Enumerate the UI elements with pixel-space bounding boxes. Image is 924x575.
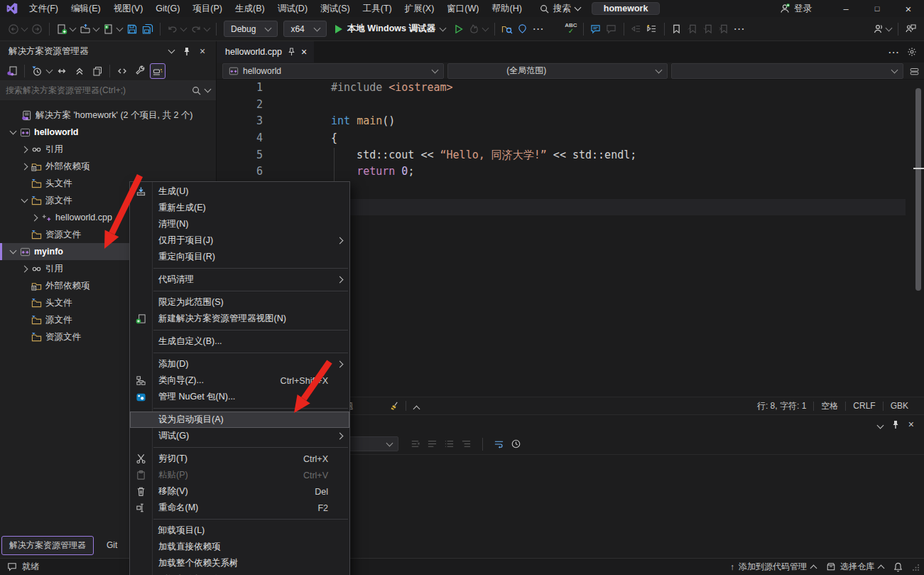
uncomment-icon[interactable] xyxy=(604,20,619,38)
panel-tab-解决方案资源管理器[interactable]: 解决方案资源管理器 xyxy=(1,536,94,555)
menu-item-build[interactable]: 生成(U) xyxy=(130,183,349,200)
expander-down-icon[interactable] xyxy=(7,250,18,253)
expander-down-icon[interactable] xyxy=(18,199,30,202)
history-clock-icon[interactable] xyxy=(511,439,521,449)
menu-item-code-cleanup[interactable]: 代码清理 xyxy=(130,272,349,288)
notifications-bell-icon[interactable] xyxy=(893,562,903,572)
decrease-indent-icon[interactable] xyxy=(629,20,644,38)
editor-settings-gear-icon[interactable] xyxy=(907,47,917,57)
panel-tab-git[interactable]: Git xyxy=(99,537,124,553)
bookmarks-overflow-icon[interactable] xyxy=(732,20,747,38)
preview-selected-items-toggle[interactable] xyxy=(150,63,165,79)
start-without-debugging-icon[interactable] xyxy=(451,20,467,38)
pending-changes-filter-icon[interactable] xyxy=(29,63,45,79)
new-project-icon[interactable] xyxy=(54,20,70,38)
navigate-icon[interactable] xyxy=(515,20,531,38)
add-to-source-control-button[interactable]: 添加到源代码管理 xyxy=(730,561,816,573)
expand-indicator-chevron-icon[interactable] xyxy=(414,404,419,414)
collapse-all-icon[interactable] xyxy=(72,63,87,79)
comment-icon[interactable] xyxy=(588,20,604,38)
tree-item-解决方案-homework-2-个项目-共-2-个-[interactable]: 解决方案 'homework' (2 个项目, 共 2 个) xyxy=(0,107,216,124)
menu-item-new-solution-explorer-view[interactable]: 新建解决方案资源管理器视图(N) xyxy=(130,311,349,327)
menu-item-debug[interactable]: 调试(G) xyxy=(130,428,349,444)
tree-item-外部依赖项[interactable]: 外部依赖项 xyxy=(0,158,216,175)
split-editor-icon[interactable] xyxy=(909,66,920,76)
find-in-files-icon[interactable] xyxy=(499,20,515,38)
select-repository-button[interactable]: 选择仓库 xyxy=(826,561,884,573)
titlebar-search[interactable]: 搜索 xyxy=(540,3,580,15)
chevron-down-icon[interactable] xyxy=(116,24,124,31)
chevron-down-icon[interactable] xyxy=(204,24,211,31)
menu-视图v[interactable]: 视图(V) xyxy=(107,0,150,17)
word-wrap-icon[interactable] xyxy=(494,439,504,449)
menu-调试d[interactable]: 调试(D) xyxy=(271,0,314,17)
editor-scrollbar[interactable] xyxy=(915,88,921,291)
redo-icon[interactable] xyxy=(188,20,204,38)
menu-item-load-direct-dependencies[interactable]: 加载直接依赖项 xyxy=(130,539,349,555)
toggle-bookmark-icon[interactable] xyxy=(669,20,685,38)
pin-icon[interactable] xyxy=(179,47,195,56)
sign-in-button[interactable]: 登录 xyxy=(779,3,812,15)
menu-item-class-wizard[interactable]: 类向导(Z)...Ctrl+Shift+X xyxy=(130,372,349,389)
chevron-down-icon[interactable] xyxy=(482,24,489,31)
show-code-icon[interactable] xyxy=(114,63,130,79)
menu-item-remove[interactable]: 移除(V)Del xyxy=(130,483,349,500)
menu-item-unload-project[interactable]: 卸载项目(L) xyxy=(130,522,349,539)
toolbar-overflow-icon[interactable] xyxy=(531,20,546,38)
tree-item-helloworld[interactable]: helloworld xyxy=(0,124,216,141)
output-list-icon-2[interactable] xyxy=(444,439,455,449)
configuration-dropdown[interactable]: Debug xyxy=(224,21,278,37)
nav-forward-icon[interactable] xyxy=(29,20,45,38)
member-selector-dropdown[interactable] xyxy=(671,63,903,79)
copy-documents-icon[interactable] xyxy=(89,63,105,79)
previous-bookmark-icon[interactable] xyxy=(685,20,700,38)
output-list-icon-3[interactable] xyxy=(461,439,472,449)
clear-all-icon[interactable] xyxy=(410,439,420,449)
platform-dropdown[interactable]: x64 xyxy=(283,21,326,37)
solution-name-badge[interactable]: homework xyxy=(592,2,661,15)
chevron-down-icon[interactable] xyxy=(46,66,53,73)
menu-item-refresh-browse-database[interactable]: 刷新浏览数据库(R) xyxy=(130,571,349,575)
menu-gitg[interactable]: Git(G) xyxy=(149,0,186,17)
solution-explorer-search[interactable] xyxy=(0,81,216,100)
chevron-down-icon[interactable] xyxy=(21,24,28,31)
menu-item-set-as-startup-project[interactable]: 设为启动项目(A) xyxy=(130,412,349,428)
close-tab-icon[interactable]: × xyxy=(301,46,307,58)
menu-item-load-entire-dependency-tree[interactable]: 加载整个依赖关系树 xyxy=(130,555,349,571)
menu-文件f[interactable]: 文件(F) xyxy=(23,0,65,17)
line-ending-indicator[interactable]: CRLF xyxy=(846,401,882,411)
menu-item-add[interactable]: 添加(D) xyxy=(130,356,349,372)
pin-icon[interactable] xyxy=(891,420,900,429)
encoding-indicator[interactable]: GBK xyxy=(884,401,915,411)
hot-reload-icon[interactable] xyxy=(467,20,482,38)
menu-工具t[interactable]: 工具(T) xyxy=(357,0,398,17)
chevron-down-icon[interactable] xyxy=(70,24,77,31)
tree-item-引用[interactable]: 引用 xyxy=(0,141,216,158)
menu-项目p[interactable]: 项目(P) xyxy=(186,0,229,17)
menu-item-retarget[interactable]: 重定向项目(R) xyxy=(130,249,349,265)
menu-扩展x[interactable]: 扩展(X) xyxy=(398,0,441,17)
nav-back-icon[interactable] xyxy=(6,20,21,38)
clear-bookmarks-icon[interactable] xyxy=(716,20,732,38)
more-tabs-icon[interactable] xyxy=(888,45,900,59)
close-panel-icon[interactable]: × xyxy=(195,45,210,57)
save-icon[interactable] xyxy=(124,20,140,38)
solution-search-input[interactable] xyxy=(6,85,187,95)
tab-helloworld-cpp[interactable]: helloworld.cpp × xyxy=(217,41,314,63)
close-button[interactable] xyxy=(893,0,924,17)
scope-selector-dropdown[interactable]: (全局范围) xyxy=(447,63,668,79)
menu-帮助h[interactable]: 帮助(H) xyxy=(485,0,528,17)
menu-item-project-only[interactable]: 仅用于项目(J) xyxy=(130,232,349,249)
menu-item-manage-nuget[interactable]: 管理 NuGet 包(N)... xyxy=(130,389,349,405)
send-feedback-icon[interactable] xyxy=(903,20,918,38)
menu-item-build-customization[interactable]: 生成自定义(B)... xyxy=(130,333,349,350)
minimize-button[interactable] xyxy=(830,0,862,17)
spell-check-icon[interactable]: ABC✓ xyxy=(563,20,579,38)
resize-grip[interactable] xyxy=(913,564,920,571)
close-panel-icon[interactable]: × xyxy=(908,419,914,430)
menu-item-rebuild[interactable]: 重新生成(E) xyxy=(130,200,349,216)
project-selector-dropdown[interactable]: helloworld xyxy=(222,63,444,79)
search-options-chevron-icon[interactable] xyxy=(205,86,212,93)
output-list-icon-1[interactable] xyxy=(427,439,437,449)
menu-item-cut[interactable]: 剪切(T)Ctrl+X xyxy=(130,451,349,467)
